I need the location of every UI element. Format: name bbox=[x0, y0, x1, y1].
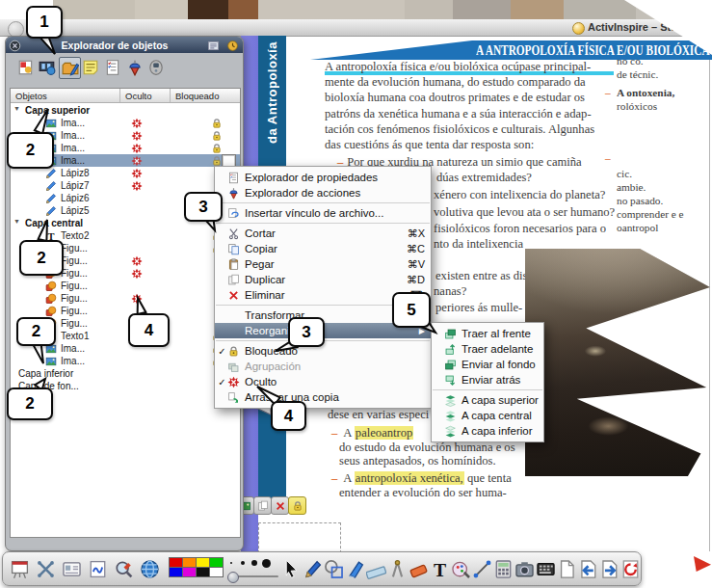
actions-browser-icon[interactable] bbox=[124, 57, 145, 77]
menu-item-arrastrar-una-copia[interactable]: Arrastrar una copia bbox=[215, 389, 431, 405]
properties-browser-icon[interactable] bbox=[102, 57, 122, 77]
menu-item-a-capa-inferior[interactable]: A capa inferior bbox=[432, 423, 543, 439]
column-separator bbox=[119, 89, 120, 102]
selection-dashed-box[interactable] bbox=[258, 522, 341, 553]
menu-item-traer-al-frente[interactable]: Traer al frente bbox=[432, 326, 543, 341]
resource-browser-icon[interactable] bbox=[38, 57, 58, 77]
layer-group-label: Capa inferior bbox=[18, 368, 73, 379]
object-label: Lápiz5 bbox=[61, 205, 89, 216]
hidden-icon[interactable] bbox=[131, 143, 143, 154]
copy-icon bbox=[227, 242, 242, 255]
eraser-icon[interactable] bbox=[408, 558, 429, 579]
menu-item-oculto[interactable]: ✓Oculto bbox=[215, 374, 431, 389]
lock-icon-button[interactable] bbox=[288, 496, 306, 515]
reset-page-icon[interactable] bbox=[620, 558, 641, 579]
tree-row[interactable]: Lápiz7 bbox=[11, 179, 240, 192]
camera-icon[interactable] bbox=[514, 558, 535, 579]
annotate-icon[interactable] bbox=[87, 558, 108, 579]
desktop-annotate-icon[interactable] bbox=[35, 558, 56, 579]
keyboard-icon[interactable] bbox=[535, 558, 556, 579]
lock-icon[interactable] bbox=[211, 130, 223, 142]
column-oculto[interactable]: Oculto bbox=[125, 91, 151, 101]
object-browser-icon[interactable] bbox=[59, 57, 81, 79]
previous-page-icon[interactable] bbox=[577, 558, 598, 579]
page-browser-icon[interactable] bbox=[15, 57, 36, 77]
hidden-icon[interactable] bbox=[131, 268, 143, 280]
color-swatch[interactable] bbox=[182, 567, 197, 577]
highlighter-icon[interactable] bbox=[344, 558, 365, 579]
select-icon[interactable] bbox=[280, 558, 302, 579]
tree-row[interactable]: Capa inferior bbox=[11, 367, 240, 380]
menu-item-a-capa-central[interactable]: A capa central bbox=[432, 408, 543, 423]
calculator-icon[interactable] bbox=[492, 558, 514, 579]
text-tool-icon[interactable]: T bbox=[429, 558, 450, 579]
hidden-icon[interactable] bbox=[131, 118, 143, 129]
hidden-icon[interactable] bbox=[131, 168, 143, 179]
hidden-icon[interactable] bbox=[131, 180, 143, 192]
menu-item-enviar-al-fondo[interactable]: Enviar al fondo bbox=[432, 357, 543, 372]
drag-copy-icon bbox=[227, 390, 242, 404]
tree-row[interactable]: ▼Capa superior bbox=[11, 104, 240, 117]
hidden-icon[interactable] bbox=[131, 130, 143, 142]
tree-row[interactable]: Figu... bbox=[11, 280, 240, 292]
column-header[interactable]: Objetos Oculto Bloqueado bbox=[11, 89, 240, 103]
menu-item-copiar[interactable]: Copiar⌘C bbox=[215, 241, 431, 256]
menu-item-explorador-de-acciones[interactable]: Explorador de acciones bbox=[215, 185, 431, 200]
notes-browser-icon[interactable] bbox=[81, 57, 101, 77]
pen-width-dot[interactable] bbox=[230, 562, 232, 564]
clear-page-icon[interactable] bbox=[556, 558, 577, 579]
hidden-icon[interactable] bbox=[131, 155, 143, 167]
voting-browser-icon[interactable] bbox=[146, 57, 167, 77]
hidden-icon[interactable] bbox=[131, 255, 143, 267]
menu-item-enviar-atr-s[interactable]: Enviar atrás bbox=[432, 372, 543, 388]
column-objetos[interactable]: Objetos bbox=[15, 91, 47, 101]
menu-item-bloqueado[interactable]: ✓Bloqueado bbox=[215, 343, 431, 359]
lock-icon bbox=[227, 344, 242, 358]
expresspoll-icon[interactable] bbox=[139, 558, 160, 579]
hidden-icon[interactable] bbox=[131, 293, 143, 305]
menu-item-a-capa-superior[interactable]: A capa superior bbox=[432, 392, 543, 408]
ruler-icon[interactable] bbox=[365, 558, 386, 579]
delete-icon-button[interactable] bbox=[271, 496, 289, 515]
next-page-icon[interactable] bbox=[598, 558, 620, 579]
object-label: Figu... bbox=[61, 255, 88, 266]
menu-item-insertar-v-nculo-de-archivo[interactable]: Insertar vínculo de archivo... bbox=[215, 205, 431, 221]
width-slider-knob[interactable] bbox=[227, 572, 239, 583]
panel-menu-icon[interactable] bbox=[207, 39, 221, 52]
connector-icon[interactable] bbox=[471, 558, 492, 579]
color-swatch[interactable] bbox=[196, 567, 210, 577]
close-icon[interactable] bbox=[9, 39, 22, 52]
pen-width-dot[interactable] bbox=[241, 561, 245, 565]
menu-item-cortar[interactable]: Cortar⌘X bbox=[215, 226, 431, 241]
menu-item-traer-adelante[interactable]: Traer adelante bbox=[432, 341, 543, 357]
main-menu-icon[interactable] bbox=[9, 558, 30, 579]
menu-item-agrupaci-n[interactable]: Agrupación bbox=[215, 359, 431, 374]
menu-item-pegar[interactable]: Pegar⌘V bbox=[215, 256, 431, 272]
expand-triangle-icon[interactable]: ▼ bbox=[13, 218, 20, 225]
panel-titlebar[interactable]: Explorador de objetos bbox=[6, 37, 243, 53]
compass-icon[interactable] bbox=[386, 558, 408, 579]
lock-icon[interactable] bbox=[211, 143, 223, 154]
fill-icon[interactable] bbox=[450, 558, 471, 579]
duplicate-icon-button[interactable] bbox=[253, 496, 272, 515]
pen-icon[interactable] bbox=[302, 558, 323, 579]
text-fragment: rolóxicos bbox=[605, 100, 657, 112]
pen-width-dot[interactable] bbox=[262, 559, 271, 568]
menu-item-duplicar[interactable]: Duplicar⌘D bbox=[215, 272, 431, 287]
panel-clock-icon[interactable] bbox=[226, 39, 240, 52]
desktop-tools-icon[interactable] bbox=[113, 558, 134, 579]
lock-icon[interactable] bbox=[211, 118, 223, 129]
window-titlebar[interactable]: ActivInspire – Studio bbox=[0, 19, 712, 37]
expand-triangle-icon[interactable]: ▼ bbox=[13, 105, 20, 112]
tree-row[interactable]: Ima... bbox=[11, 355, 240, 367]
profile-icon[interactable] bbox=[61, 558, 82, 579]
column-bloqueado[interactable]: Bloqueado bbox=[175, 91, 219, 101]
color-swatch[interactable] bbox=[169, 567, 183, 577]
color-swatch[interactable] bbox=[209, 567, 224, 577]
shapes-icon[interactable] bbox=[323, 558, 344, 579]
tree-row[interactable]: Figu... bbox=[11, 292, 240, 305]
tree-row[interactable]: Figu... bbox=[11, 305, 240, 317]
menu-item-explorador-de-propiedades[interactable]: Explorador de propiedades bbox=[215, 170, 431, 185]
tree-row[interactable]: Ima... bbox=[11, 117, 240, 129]
pen-width-dot[interactable] bbox=[251, 560, 257, 566]
